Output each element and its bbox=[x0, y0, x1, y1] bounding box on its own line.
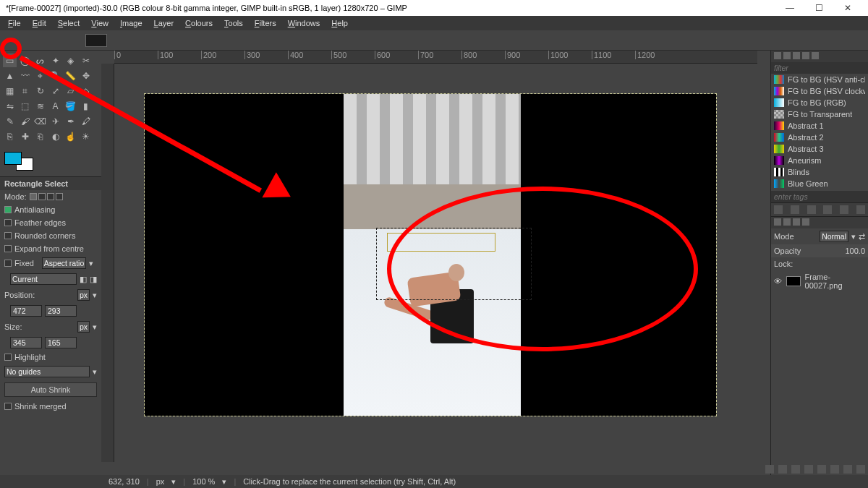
tool-foreground[interactable]: ▲ bbox=[3, 69, 17, 82]
menu-image[interactable]: Image bbox=[115, 17, 148, 29]
tool-heal[interactable]: ✚ bbox=[18, 129, 32, 143]
tool-scale[interactable]: ⤢ bbox=[48, 84, 62, 98]
highlight-checkbox[interactable] bbox=[4, 354, 12, 361]
duplicate-icon[interactable] bbox=[807, 205, 816, 214]
tool-fuzzy-select[interactable]: ✦ bbox=[48, 53, 62, 67]
tool-blur[interactable]: ◐ bbox=[48, 129, 62, 143]
new-layer-icon[interactable] bbox=[765, 465, 774, 474]
menu-tools[interactable]: Tools bbox=[219, 17, 248, 29]
menu-colours[interactable]: Colours bbox=[180, 17, 218, 29]
mode-replace[interactable] bbox=[30, 193, 37, 200]
image-canvas[interactable] bbox=[145, 94, 716, 416]
position-y-input[interactable] bbox=[45, 305, 77, 317]
menu-file[interactable]: File bbox=[3, 17, 26, 29]
gradient-list[interactable]: FG to BG (HSV anti-clockwise)FG to BG (H… bbox=[771, 74, 868, 189]
tool-rotate[interactable]: ↻ bbox=[33, 84, 47, 98]
size-w-input[interactable] bbox=[10, 337, 42, 348]
tool-mypaint[interactable]: 🖍 bbox=[79, 114, 93, 128]
raise-layer-icon[interactable] bbox=[791, 465, 800, 474]
menu-edit[interactable]: Edit bbox=[27, 17, 51, 29]
tool-paintbrush[interactable]: 🖌 bbox=[18, 114, 32, 128]
shrink-merged-checkbox[interactable] bbox=[4, 403, 12, 410]
highlight-row[interactable]: Highlight bbox=[0, 351, 101, 364]
layer-row[interactable]: 👁 Frame-00027.png bbox=[771, 270, 868, 292]
orientation-toggle-2[interactable]: ◨ bbox=[90, 275, 97, 284]
menu-layer[interactable]: Layer bbox=[149, 17, 179, 29]
tool-gradient[interactable]: ▮ bbox=[79, 99, 93, 113]
anchor-icon[interactable] bbox=[843, 465, 852, 474]
gradient-item[interactable]: FG to Transparent bbox=[771, 108, 868, 120]
layer-group-icon[interactable] bbox=[778, 465, 787, 474]
tool-ink[interactable]: ✒ bbox=[64, 114, 77, 128]
viewport[interactable] bbox=[114, 64, 757, 462]
selection-marquee[interactable] bbox=[376, 228, 532, 300]
tool-clone[interactable]: ⎘ bbox=[3, 129, 17, 143]
layer-name[interactable]: Frame-00027.png bbox=[805, 273, 865, 290]
lower-layer-icon[interactable] bbox=[804, 465, 813, 474]
tool-move[interactable]: ✥ bbox=[79, 69, 93, 82]
rounded-row[interactable]: Rounded corners bbox=[0, 229, 101, 242]
gradient-item[interactable]: FG to BG (HSV clockwise) bbox=[771, 85, 868, 97]
tool-paths[interactable]: 〰 bbox=[18, 69, 32, 82]
position-x-input[interactable] bbox=[10, 305, 42, 317]
minimize-button[interactable]: — bbox=[775, 3, 804, 13]
mode-switch-icon[interactable]: ⇄ bbox=[859, 232, 865, 241]
tool-align[interactable]: ▦ bbox=[3, 84, 17, 98]
tool-free-select[interactable]: ᔕ bbox=[33, 53, 47, 67]
maximize-button[interactable]: ☐ bbox=[804, 3, 833, 13]
fixed-type-select[interactable]: Aspect ratio bbox=[42, 257, 86, 269]
status-zoom[interactable]: 100 % bbox=[192, 477, 215, 486]
ruler-horizontal[interactable]: 0100200300400500600700800900100011001200 bbox=[114, 51, 757, 64]
shrink-merged-row[interactable]: Shrink merged bbox=[0, 400, 101, 413]
eye-icon[interactable]: 👁 bbox=[774, 277, 782, 286]
tool-scissors[interactable]: ✂ bbox=[79, 53, 93, 67]
dock-tabs-top[interactable] bbox=[771, 51, 868, 62]
layer-opacity-row[interactable]: Opacity100.0 bbox=[771, 244, 868, 257]
tool-airbrush[interactable]: ✈ bbox=[48, 114, 62, 128]
feather-checkbox[interactable] bbox=[4, 219, 12, 226]
status-unit[interactable]: px bbox=[156, 477, 165, 486]
fg-color-swatch[interactable] bbox=[4, 152, 22, 165]
size-h-input[interactable] bbox=[45, 337, 77, 348]
tool-zoom[interactable]: 🔍 bbox=[48, 69, 62, 82]
tool-smudge[interactable]: ☝ bbox=[64, 129, 77, 143]
tool-dodge[interactable]: ☀ bbox=[79, 129, 93, 143]
tool-text[interactable]: A bbox=[48, 99, 62, 113]
tool-rect-select[interactable]: ▭ bbox=[3, 53, 17, 67]
rounded-checkbox[interactable] bbox=[4, 232, 12, 239]
tool-persp-clone[interactable]: ⎗ bbox=[33, 129, 47, 143]
menu-select[interactable]: Select bbox=[53, 17, 85, 29]
gradient-item[interactable]: Abstract 2 bbox=[771, 132, 868, 143]
tool-color-select[interactable]: ◈ bbox=[64, 53, 77, 67]
edit-icon[interactable] bbox=[774, 205, 783, 214]
menu-view[interactable]: View bbox=[86, 17, 114, 29]
guides-row[interactable]: No guides▾ bbox=[0, 364, 101, 380]
duplicate-layer-icon[interactable] bbox=[817, 465, 826, 474]
position-unit-select[interactable]: px bbox=[77, 289, 90, 301]
refresh-icon[interactable] bbox=[840, 205, 848, 214]
mode-sub[interactable] bbox=[47, 193, 54, 200]
tool-pencil[interactable]: ✎ bbox=[3, 114, 17, 128]
mode-int[interactable] bbox=[56, 193, 63, 200]
tool-eraser[interactable]: ⌫ bbox=[33, 114, 47, 128]
new-icon[interactable] bbox=[791, 205, 799, 214]
tool-bucket[interactable]: 🪣 bbox=[64, 99, 77, 113]
gradient-item[interactable]: Abstract 3 bbox=[771, 143, 868, 155]
fixed-checkbox[interactable] bbox=[4, 260, 12, 267]
menu-filters[interactable]: Filters bbox=[250, 17, 281, 29]
gradient-item[interactable]: Blinds bbox=[771, 166, 868, 178]
tool-perspective[interactable]: ◇ bbox=[79, 84, 93, 98]
tool-measure[interactable]: 📏 bbox=[64, 69, 77, 82]
image-tab[interactable] bbox=[85, 34, 107, 47]
layer-mode-select[interactable]: Normal bbox=[820, 231, 848, 242]
size-unit-select[interactable]: px bbox=[77, 321, 90, 333]
guides-select[interactable]: No guides bbox=[4, 366, 90, 377]
gradient-item[interactable]: Aneurism bbox=[771, 155, 868, 166]
gradient-tags-input[interactable]: enter tags bbox=[771, 191, 868, 202]
close-button[interactable]: ✕ bbox=[833, 3, 862, 13]
tool-flip[interactable]: ⇋ bbox=[3, 99, 17, 113]
gradient-filter-input[interactable]: filter bbox=[771, 62, 868, 74]
mode-add[interactable] bbox=[38, 193, 46, 200]
tool-shear[interactable]: ▱ bbox=[64, 84, 77, 98]
antialiasing-row[interactable]: Antialiasing bbox=[0, 203, 101, 216]
